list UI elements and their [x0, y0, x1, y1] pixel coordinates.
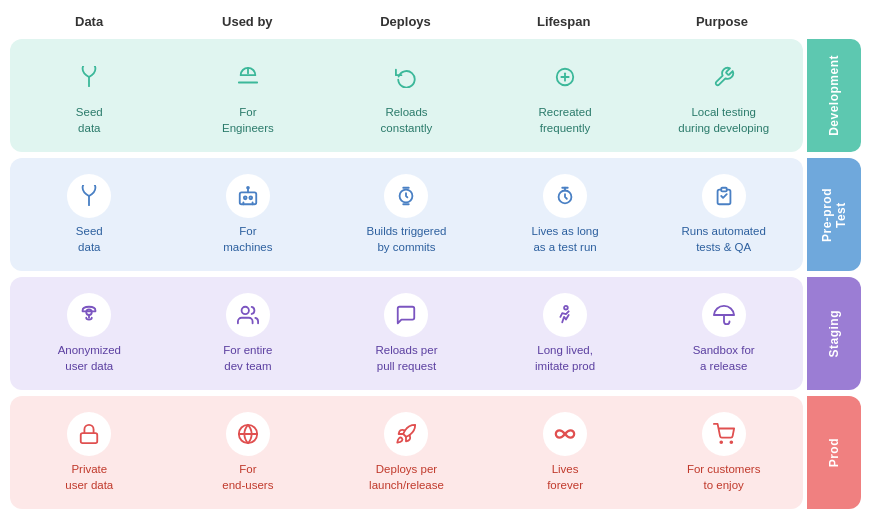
row-cells-staging: Anonymized user dataFor entire dev teamR…	[10, 277, 803, 390]
svg-rect-13	[721, 188, 727, 192]
svg-point-16	[564, 306, 568, 310]
table-cell: For Engineers	[169, 47, 328, 144]
cell-label: Local testing during developing	[678, 105, 769, 136]
row-test: Seed dataFor machinesBuilds triggered by…	[10, 158, 861, 271]
header-cell: Used by	[168, 10, 326, 33]
cell-label: Deploys per launch/release	[369, 462, 444, 493]
table-cell: Recreated frequently	[486, 47, 645, 144]
cell-icon	[702, 55, 746, 99]
table-cell: For machines	[169, 166, 328, 263]
row-cells-development: Seed dataFor EngineersReloads constantly…	[10, 39, 803, 152]
cell-label: For machines	[223, 224, 272, 255]
svg-point-5	[249, 196, 252, 199]
svg-point-20	[720, 441, 722, 443]
cell-label: Reloads per pull request	[375, 343, 437, 374]
row-prod: Private user dataFor end-usersDeploys pe…	[10, 396, 861, 509]
svg-point-6	[247, 187, 249, 189]
table-cell: Seed data	[10, 166, 169, 263]
header-cell: Deploys	[326, 10, 484, 33]
cell-icon	[67, 412, 111, 456]
svg-rect-3	[240, 192, 257, 204]
cell-icon	[384, 174, 428, 218]
cell-icon	[67, 293, 111, 337]
table-cell: Lives as long as a test run	[486, 166, 645, 263]
header-cell: Data	[10, 10, 168, 33]
cell-icon	[67, 174, 111, 218]
env-label: Development	[807, 39, 861, 152]
table-cell: Local testing during developing	[644, 47, 803, 144]
header-cell: Purpose	[643, 10, 801, 33]
cell-icon	[702, 174, 746, 218]
row-cells-test: Seed dataFor machinesBuilds triggered by…	[10, 158, 803, 271]
svg-point-4	[244, 196, 247, 199]
table-cell: For entire dev team	[169, 285, 328, 382]
cell-icon	[543, 174, 587, 218]
cell-icon	[543, 55, 587, 99]
header-row: DataUsed byDeploysLifespanPurpose	[10, 10, 861, 33]
cell-label: Seed data	[76, 224, 103, 255]
cell-label: For customers to enjoy	[687, 462, 761, 493]
cell-icon	[543, 412, 587, 456]
cell-label: Runs automated tests & QA	[681, 224, 765, 255]
table-cell: For end-users	[169, 404, 328, 501]
cell-label: Seed data	[76, 105, 103, 136]
cell-label: Long lived, imitate prod	[535, 343, 595, 374]
table-cell: Reloads constantly	[327, 47, 486, 144]
cell-icon	[384, 293, 428, 337]
table-cell: Reloads per pull request	[327, 285, 486, 382]
env-label: Pre-prod Test	[807, 158, 861, 271]
row-development: Seed dataFor EngineersReloads constantly…	[10, 39, 861, 152]
row-cells-prod: Private user dataFor end-usersDeploys pe…	[10, 396, 803, 509]
table-cell: Anonymized user data	[10, 285, 169, 382]
table-cell: Long lived, imitate prod	[486, 285, 645, 382]
main-container: DataUsed byDeploysLifespanPurpose Seed d…	[0, 0, 871, 511]
table-cell: For customers to enjoy	[644, 404, 803, 501]
cell-label: For entire dev team	[223, 343, 272, 374]
table-cell: Deploys per launch/release	[327, 404, 486, 501]
grid-wrapper: Seed dataFor EngineersReloads constantly…	[10, 39, 861, 509]
table-cell: Private user data	[10, 404, 169, 501]
table-cell: Sandbox for a release	[644, 285, 803, 382]
row-staging: Anonymized user dataFor entire dev teamR…	[10, 277, 861, 390]
svg-point-15	[241, 307, 248, 314]
cell-label: Lives forever	[547, 462, 583, 493]
cell-icon	[384, 55, 428, 99]
cell-icon	[702, 412, 746, 456]
cell-icon	[226, 55, 270, 99]
cell-icon	[67, 55, 111, 99]
cell-icon	[226, 174, 270, 218]
cell-label: For Engineers	[222, 105, 274, 136]
cell-label: Recreated frequently	[539, 105, 592, 136]
table-cell: Builds triggered by commits	[327, 166, 486, 263]
cell-label: Lives as long as a test run	[532, 224, 599, 255]
cell-label: Private user data	[65, 462, 113, 493]
cell-icon	[384, 412, 428, 456]
cell-icon	[226, 412, 270, 456]
svg-point-21	[730, 441, 732, 443]
header-cell: Lifespan	[485, 10, 643, 33]
cell-label: Anonymized user data	[58, 343, 121, 374]
cell-icon	[543, 293, 587, 337]
svg-rect-17	[81, 433, 98, 443]
cell-label: Builds triggered by commits	[367, 224, 447, 255]
env-label: Staging	[807, 277, 861, 390]
cell-icon	[702, 293, 746, 337]
table-cell: Seed data	[10, 47, 169, 144]
cell-label: Reloads constantly	[381, 105, 433, 136]
env-label: Prod	[807, 396, 861, 509]
cell-label: Sandbox for a release	[693, 343, 755, 374]
cell-icon	[226, 293, 270, 337]
table-cell: Lives forever	[486, 404, 645, 501]
table-cell: Runs automated tests & QA	[644, 166, 803, 263]
cell-label: For end-users	[222, 462, 273, 493]
